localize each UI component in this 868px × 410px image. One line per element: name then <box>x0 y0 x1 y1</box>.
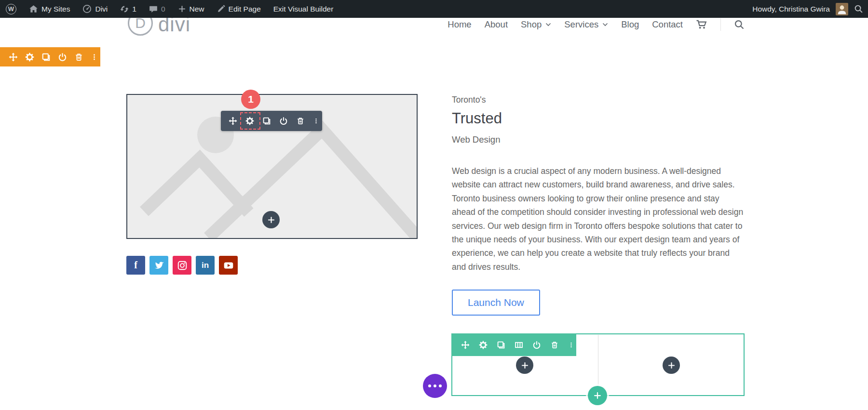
edit-page-label: Edit Page <box>229 5 261 13</box>
plus-icon <box>667 361 676 370</box>
nav-item-shop[interactable]: Shop <box>521 19 551 30</box>
subheading-text: Web Design <box>452 134 500 145</box>
site-header: D divi Home About Shop Services Blog Con… <box>0 18 868 47</box>
divi-admin-label: Divi <box>95 5 108 13</box>
cart-icon[interactable] <box>696 19 707 30</box>
module-duplicate-icon[interactable] <box>262 117 271 125</box>
section-move-icon[interactable] <box>9 53 18 62</box>
section-disable-icon[interactable] <box>58 53 67 62</box>
comments-count: 0 <box>161 5 165 13</box>
section-settings-icon[interactable] <box>25 53 34 62</box>
row-duplicate-icon[interactable] <box>497 341 505 349</box>
dot <box>434 384 436 387</box>
module-toolbar <box>221 111 322 131</box>
section-delete-icon[interactable] <box>74 53 83 62</box>
add-row-button[interactable] <box>588 386 607 405</box>
updates-refresh-icon <box>120 5 129 13</box>
nav-item-blog[interactable]: Blog <box>621 19 639 30</box>
module-move-icon[interactable] <box>229 117 237 125</box>
body-paragraph: Web design is a crucial aspect of any mo… <box>452 164 744 274</box>
exit-visual-builder-button[interactable]: Exit Visual Builder <box>273 5 334 13</box>
chevron-down-icon <box>545 23 551 26</box>
nav-services-label: Services <box>564 19 598 30</box>
chevron-down-icon <box>602 23 608 26</box>
row-toolbar <box>451 333 576 356</box>
module-delete-icon[interactable] <box>296 117 305 125</box>
edit-page-menu[interactable]: Edit Page <box>217 5 261 13</box>
admin-bar-left-group: W My Sites Divi 1 0 New <box>0 4 333 14</box>
nav-search-icon[interactable] <box>734 19 745 30</box>
howdy-account-menu[interactable]: Howdy, Christina Gwira <box>752 5 830 13</box>
plus-icon <box>521 361 529 370</box>
row-settings-icon[interactable] <box>479 341 488 349</box>
section-toolbar <box>0 47 100 66</box>
updates-count: 1 <box>132 5 136 13</box>
eyebrow-text: Toronto's <box>452 95 486 105</box>
nav-item-about[interactable]: About <box>485 19 508 30</box>
nav-blog-label: Blog <box>621 19 639 30</box>
module-more-icon[interactable] <box>313 117 319 125</box>
dot <box>428 384 431 387</box>
settings-highlight-box <box>240 112 260 130</box>
divi-visual-builder-screen: W My Sites Divi 1 0 New <box>0 0 868 410</box>
wordpress-logo-menu[interactable]: W <box>6 4 16 14</box>
facebook-icon[interactable]: f <box>126 256 145 275</box>
youtube-icon[interactable] <box>219 256 238 275</box>
main-navigation: Home About Shop Services Blog Contact <box>448 18 745 31</box>
linkedin-icon[interactable]: in <box>196 256 215 275</box>
row-more-icon[interactable] <box>568 341 574 349</box>
step-badge: 1 <box>241 90 260 109</box>
admin-bar-right-group: Howdy, Christina Gwira <box>752 0 863 18</box>
nav-home-label: Home <box>448 19 471 30</box>
launch-now-button[interactable]: Launch Now <box>452 290 540 316</box>
column-divider <box>598 335 598 394</box>
row-move-icon[interactable] <box>461 341 470 349</box>
section-duplicate-icon[interactable] <box>41 53 51 62</box>
instagram-icon[interactable] <box>173 256 191 275</box>
module-disable-icon[interactable] <box>279 117 288 125</box>
add-module-column-1-button[interactable] <box>516 357 533 374</box>
section-more-icon[interactable] <box>91 53 98 62</box>
comments-bubble-icon <box>149 5 158 13</box>
new-content-menu[interactable]: New <box>178 5 204 13</box>
nav-divider <box>720 18 721 31</box>
page-heading: Trusted <box>452 110 502 127</box>
nav-shop-label: Shop <box>521 19 542 30</box>
page-settings-more-button[interactable] <box>423 374 447 398</box>
divi-gauge-icon <box>82 4 92 13</box>
new-label: New <box>190 5 204 13</box>
row-delete-icon[interactable] <box>550 341 559 349</box>
wp-admin-bar: W My Sites Divi 1 0 New <box>0 0 868 18</box>
wordpress-logo-icon: W <box>6 4 16 14</box>
nav-contact-label: Contact <box>652 19 683 30</box>
add-module-column-2-button[interactable] <box>663 357 680 374</box>
twitter-icon[interactable] <box>149 256 168 275</box>
nav-item-services[interactable]: Services <box>564 19 608 30</box>
nav-item-home[interactable]: Home <box>448 19 471 30</box>
add-module-button[interactable] <box>262 211 280 228</box>
row-disable-icon[interactable] <box>532 341 541 349</box>
avatar-person-icon <box>836 3 848 15</box>
comments-menu[interactable]: 0 <box>149 5 165 13</box>
social-follow-row: f in <box>126 256 238 275</box>
plus-icon <box>593 391 602 400</box>
my-sites-label: My Sites <box>41 5 70 13</box>
nav-about-label: About <box>485 19 508 30</box>
my-sites-menu[interactable]: My Sites <box>29 4 70 13</box>
admin-search-icon[interactable] <box>854 4 863 13</box>
dot <box>439 384 442 387</box>
plus-icon <box>267 216 275 224</box>
my-sites-house-icon <box>29 4 38 13</box>
updates-menu[interactable]: 1 <box>120 5 136 13</box>
exit-visual-builder-label: Exit Visual Builder <box>273 5 334 13</box>
avatar[interactable] <box>836 3 848 15</box>
divi-admin-menu[interactable]: Divi <box>82 4 108 13</box>
nav-item-contact[interactable]: Contact <box>652 19 683 30</box>
row-columns-icon[interactable] <box>515 341 523 349</box>
edit-pencil-icon <box>217 5 225 13</box>
plus-new-icon <box>178 5 186 13</box>
